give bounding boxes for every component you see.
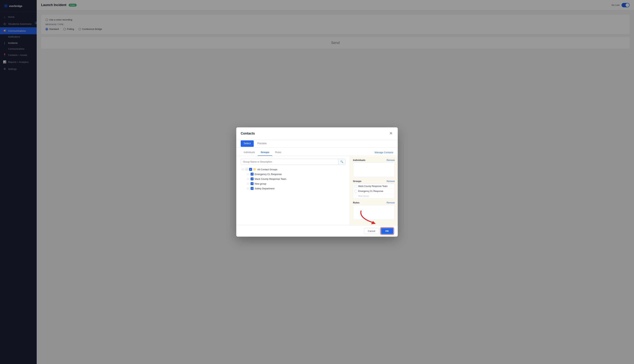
modal-header: Contacts ✕ [236, 128, 398, 140]
contact-type-tabs: Individuals Groups Rules Manage Contacts [236, 148, 398, 156]
rules-title: Rules [353, 201, 359, 204]
individuals-list [353, 162, 395, 177]
group-search-input[interactable] [241, 159, 338, 164]
modal-title: Contacts [241, 132, 255, 136]
individuals-title: Individuals [353, 159, 366, 162]
individuals-section-header: Individuals Remove [353, 159, 395, 162]
item-drag-handle: ⣿⣿ [246, 182, 249, 185]
group-item-checkbox[interactable] [355, 185, 357, 188]
item-drag-handle: ⣿⣿ [246, 187, 249, 190]
rules-section-header: Rules Remove [353, 201, 395, 204]
modal-select-preview-tabs: Select Preview [236, 140, 398, 148]
emergency-checkbox[interactable] [251, 173, 253, 176]
individuals-remove-link[interactable]: Remove [387, 159, 395, 162]
item-drag-handle: ⣿⣿ [246, 173, 249, 176]
groups-remove-link[interactable]: Remove [387, 180, 395, 182]
modal-close-button[interactable]: ✕ [389, 131, 393, 136]
rules-remove-link[interactable]: Remove [387, 202, 395, 204]
tree-item-new-group[interactable]: ⣿⣿ New group [246, 181, 346, 186]
groups-title: Groups [353, 180, 361, 182]
groups-list-item[interactable]: Mack County Response Team [353, 184, 395, 189]
group-item-label: New group [358, 195, 369, 198]
groups-list-item-partial[interactable]: New group [353, 194, 395, 198]
rules-list [353, 205, 395, 220]
safety-checkbox[interactable] [251, 187, 253, 190]
group-item-checkbox[interactable] [355, 195, 357, 198]
root-label: All Contact Groups [257, 168, 277, 171]
new-group-label: New group [255, 182, 266, 185]
modal-right-panel: Individuals Remove Groups Remove Mack Co… [350, 156, 398, 225]
group-search-box[interactable]: 🔍 [241, 159, 346, 165]
tab-preview[interactable]: Preview [254, 140, 269, 148]
mack-county-label: Mack County Response Team [255, 178, 286, 180]
groups-list: Mack County Response Team Emergency CL R… [353, 184, 395, 199]
mack-county-checkbox[interactable] [251, 178, 253, 180]
contacts-modal: Contacts ✕ Select Preview Individuals Gr… [236, 128, 398, 236]
item-drag-handle: ⣿⣿ [246, 178, 249, 180]
search-button[interactable]: 🔍 [338, 159, 345, 164]
new-group-checkbox[interactable] [251, 182, 253, 185]
root-drag-handle: ⣿⣿ [241, 168, 244, 171]
groups-list-item[interactable]: Emergency CL Response [353, 189, 395, 194]
root-checkbox[interactable] [249, 168, 252, 171]
tree-item-safety[interactable]: ⣿⣿ Safety Department [246, 186, 346, 191]
group-item-label: Mack County Response Team [358, 185, 388, 188]
safety-label: Safety Department [255, 187, 274, 190]
tree-collapse-button[interactable]: − [245, 168, 248, 171]
tab-individuals[interactable]: Individuals [241, 149, 258, 156]
modal-overlay[interactable]: Contacts ✕ Select Preview Individuals Gr… [0, 0, 634, 364]
tree-item-emergency[interactable]: ⣿⣿ Emergency CL Response [246, 172, 346, 176]
tree-root-item[interactable]: ⣿⣿ − 📁 All Contact Groups [241, 167, 346, 172]
modal-footer: Cancel OK [236, 225, 398, 236]
group-item-label: Emergency CL Response [358, 190, 383, 192]
ok-button[interactable]: OK [381, 228, 394, 234]
groups-section-header: Groups Remove [353, 180, 395, 182]
group-item-checkbox[interactable] [355, 190, 357, 192]
tree-children: ⣿⣿ Emergency CL Response ⣿⣿ Mack County … [241, 172, 346, 191]
cancel-button[interactable]: Cancel [364, 228, 379, 234]
tree-item-mack-county[interactable]: ⣿⣿ Mack County Response Team [246, 176, 346, 181]
tab-groups[interactable]: Groups [258, 149, 272, 156]
modal-left-panel: 🔍 ⣿⣿ − 📁 All Contact Groups ⣿⣿ Emergency… [236, 156, 350, 225]
tab-select[interactable]: Select [241, 140, 254, 147]
folder-icon: 📁 [253, 168, 256, 171]
modal-body: 🔍 ⣿⣿ − 📁 All Contact Groups ⣿⣿ Emergency… [236, 156, 398, 225]
emergency-label: Emergency CL Response [255, 173, 282, 176]
tab-rules[interactable]: Rules [272, 149, 284, 156]
manage-contacts-link[interactable]: Manage Contacts [375, 151, 393, 154]
